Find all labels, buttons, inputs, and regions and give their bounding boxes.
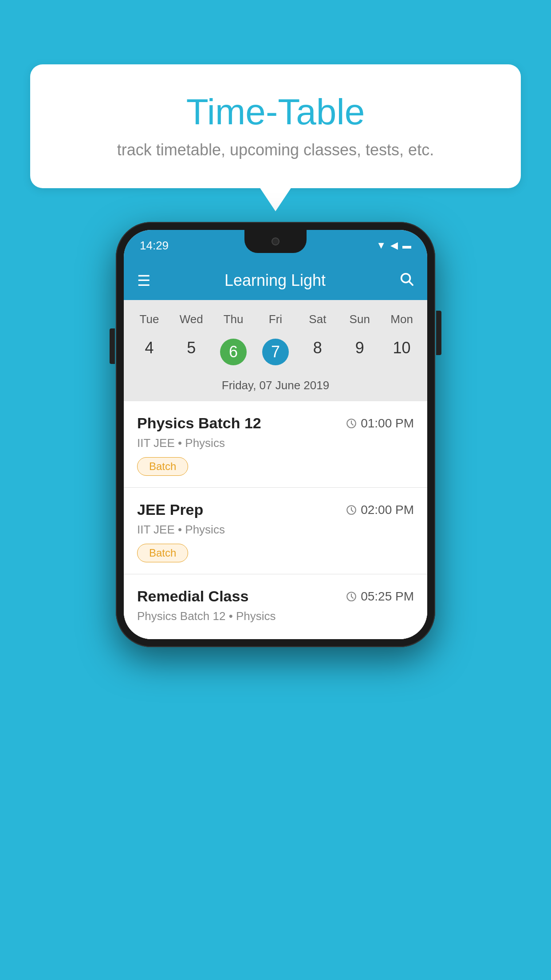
- date-selected-7[interactable]: 7: [262, 339, 289, 365]
- schedule-item-2-subtitle: IIT JEE • Physics: [137, 523, 414, 537]
- phone-outer: 14:29 ▼ ◀ ▬ ☰ Learning Light: [116, 222, 435, 647]
- day-sun: Sun: [338, 309, 381, 330]
- day-wed: Wed: [170, 309, 213, 330]
- day-fri: Fri: [255, 309, 297, 330]
- hamburger-icon[interactable]: ☰: [137, 272, 151, 289]
- schedule-item-2-title: JEE Prep: [137, 501, 203, 518]
- schedule-item-3[interactable]: Remedial Class 05:25 PM Physics Batch 12…: [124, 574, 427, 639]
- bubble-title: Time-Table: [57, 91, 494, 133]
- date-4[interactable]: 4: [128, 334, 170, 370]
- schedule-item-1-tag: Batch: [137, 457, 188, 476]
- speech-bubble-container: Time-Table track timetable, upcoming cla…: [30, 64, 521, 188]
- phone-screen: 14:29 ▼ ◀ ▬ ☰ Learning Light: [124, 230, 427, 639]
- wifi-icon: ▼: [376, 240, 386, 251]
- speech-bubble: Time-Table track timetable, upcoming cla…: [30, 64, 521, 188]
- day-thu: Thu: [213, 309, 255, 330]
- calendar-date-label: Friday, 07 June 2019: [128, 376, 423, 397]
- status-bar: 14:29 ▼ ◀ ▬: [124, 230, 427, 261]
- schedule-item-2-time-text: 02:00 PM: [361, 503, 414, 517]
- schedule-item-1-subtitle: IIT JEE • Physics: [137, 436, 414, 450]
- app-bar-title: Learning Light: [224, 271, 326, 290]
- schedule-item-3-time: 05:25 PM: [346, 589, 414, 604]
- schedule-item-2-time: 02:00 PM: [346, 503, 414, 517]
- date-6[interactable]: 6: [213, 334, 255, 370]
- schedule-item-1-title: Physics Batch 12: [137, 415, 261, 432]
- date-5[interactable]: 5: [170, 334, 213, 370]
- schedule-item-3-time-text: 05:25 PM: [361, 589, 414, 604]
- battery-icon: ▬: [402, 241, 411, 251]
- day-mon: Mon: [381, 309, 423, 330]
- schedule-list: Physics Batch 12 01:00 PM IIT JEE • Phys…: [124, 401, 427, 639]
- schedule-item-1[interactable]: Physics Batch 12 01:00 PM IIT JEE • Phys…: [124, 401, 427, 488]
- bubble-subtitle: track timetable, upcoming classes, tests…: [57, 141, 494, 159]
- status-icons: ▼ ◀ ▬: [376, 240, 411, 251]
- day-sat: Sat: [296, 309, 338, 330]
- schedule-item-1-time: 01:00 PM: [346, 416, 414, 431]
- schedule-item-1-header: Physics Batch 12 01:00 PM: [137, 415, 414, 432]
- schedule-item-3-header: Remedial Class 05:25 PM: [137, 588, 414, 605]
- date-10[interactable]: 10: [381, 334, 423, 370]
- notch: [244, 230, 307, 253]
- date-8[interactable]: 8: [296, 334, 338, 370]
- date-7[interactable]: 7: [255, 334, 297, 370]
- dates-row: 4 5 6 7 8 9 10: [128, 334, 423, 370]
- schedule-item-2-tag: Batch: [137, 544, 188, 562]
- schedule-item-1-time-text: 01:00 PM: [361, 416, 414, 431]
- app-bar: ☰ Learning Light: [124, 261, 427, 300]
- date-today-6[interactable]: 6: [220, 339, 247, 365]
- camera-dot: [272, 237, 279, 245]
- search-icon[interactable]: [399, 271, 414, 290]
- schedule-item-3-title: Remedial Class: [137, 588, 248, 605]
- calendar-strip: Tue Wed Thu Fri Sat Sun Mon 4 5 6 7: [124, 300, 427, 401]
- schedule-item-3-subtitle: Physics Batch 12 • Physics: [137, 609, 414, 623]
- day-tue: Tue: [128, 309, 170, 330]
- days-row: Tue Wed Thu Fri Sat Sun Mon: [128, 309, 423, 330]
- signal-icon: ◀: [390, 240, 398, 251]
- svg-line-1: [409, 281, 413, 285]
- status-time: 14:29: [140, 239, 169, 253]
- phone-mockup: 14:29 ▼ ◀ ▬ ☰ Learning Light: [116, 222, 435, 647]
- date-9[interactable]: 9: [338, 334, 381, 370]
- schedule-item-2-header: JEE Prep 02:00 PM: [137, 501, 414, 518]
- schedule-item-2[interactable]: JEE Prep 02:00 PM IIT JEE • Physics Batc…: [124, 488, 427, 574]
